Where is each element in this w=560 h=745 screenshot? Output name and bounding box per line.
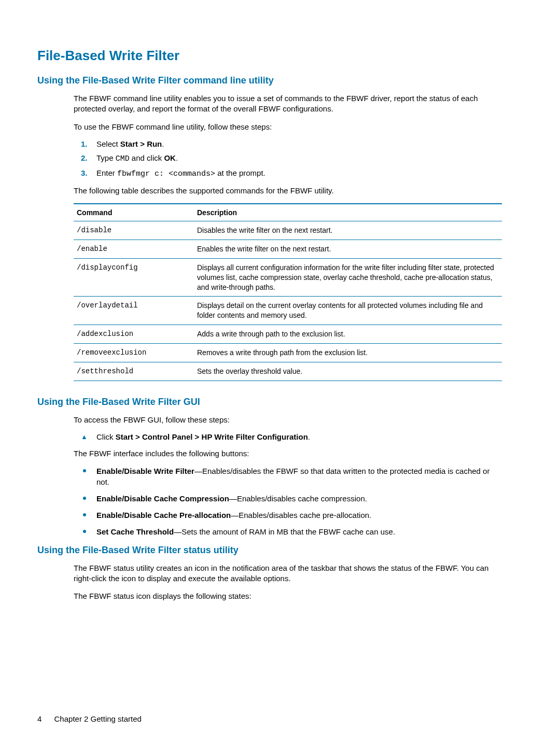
button-list: Enable/Disable Write Filter—Enables/disa… <box>74 466 502 537</box>
section-body-cmdline: The FBWF command line utility enables yo… <box>74 93 502 381</box>
table-row: /displayconfig Displays all current conf… <box>74 258 502 297</box>
step-2: Type CMD and click OK. <box>96 153 502 163</box>
list-item: Enable/Disable Cache Pre-allocation—Enab… <box>96 510 502 521</box>
page-title: File-Based Write Filter <box>37 48 523 64</box>
section-body-status: The FBWF status utility creates an icon … <box>74 563 502 602</box>
step-1: Select Start > Run. <box>96 139 502 148</box>
triangle-step: Click Start > Control Panel > HP Write F… <box>74 432 502 441</box>
table-row: /enable Enables the write filter on the … <box>74 240 502 258</box>
section-heading-cmdline: Using the File-Based Write Filter comman… <box>37 75 523 86</box>
steps-lead: To use the FBWF command line utility, fo… <box>74 122 502 132</box>
table-row: /overlaydetail Displays detail on the cu… <box>74 297 502 325</box>
status-paragraph-1: The FBWF status utility creates an icon … <box>74 563 502 584</box>
list-item: Enable/Disable Write Filter—Enables/disa… <box>96 466 502 487</box>
gui-intro: To access the FBWF GUI, follow these ste… <box>74 415 502 425</box>
list-item: Set Cache Threshold—Sets the amount of R… <box>96 527 502 537</box>
list-item: Enable/Disable Cache Compression—Enables… <box>96 494 502 504</box>
table-header-description: Description <box>194 204 502 221</box>
chapter-label: Chapter 2 Getting started <box>54 714 142 723</box>
steps-list: Select Start > Run. Type CMD and click O… <box>74 139 502 178</box>
intro-paragraph: The FBWF command line utility enables yo… <box>74 93 502 115</box>
status-paragraph-2: The FBWF status icon displays the follow… <box>74 591 502 601</box>
table-row: /setthreshold Sets the overlay threshold… <box>74 362 502 381</box>
page-footer: 4 Chapter 2 Getting started <box>37 714 142 723</box>
table-row: /removeexclusion Removes a write through… <box>74 344 502 362</box>
section-heading-status: Using the File-Based Write Filter status… <box>37 545 523 556</box>
page-number: 4 <box>37 714 41 723</box>
document-page: File-Based Write Filter Using the File-B… <box>0 0 560 745</box>
commands-table: Command Description /disable Disables th… <box>74 203 502 381</box>
table-lead: The following table describes the suppor… <box>74 186 502 196</box>
section-body-gui: To access the FBWF GUI, follow these ste… <box>74 415 502 538</box>
step-3: Enter fbwfmgr c: <commands> at the promp… <box>96 168 502 178</box>
buttons-lead: The FBWF interface includes the followin… <box>74 448 502 459</box>
table-row: /disable Disables the write filter on th… <box>74 221 502 240</box>
table-row: /addexclusion Adds a write through path … <box>74 325 502 344</box>
table-header-command: Command <box>74 204 194 221</box>
section-heading-gui: Using the File-Based Write Filter GUI <box>37 397 523 407</box>
